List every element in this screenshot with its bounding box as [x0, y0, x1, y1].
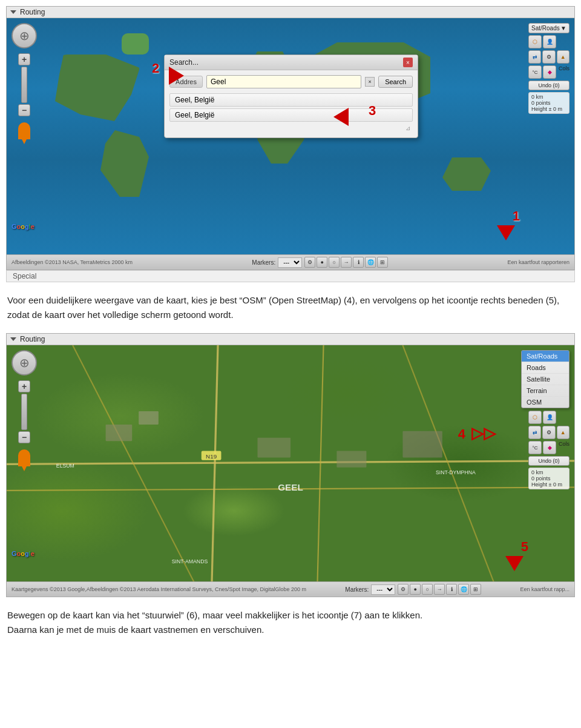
celsius-icon-btn-2[interactable]: °C	[528, 441, 542, 454]
bottom-icon-expand-2[interactable]: ⊞	[470, 584, 481, 595]
text-paragraph-3: Daarna kan je met de muis de kaart vastn…	[7, 623, 574, 637]
zoom-slider-2: + −	[18, 380, 30, 443]
person-icon-btn-2[interactable]: 👤	[543, 411, 556, 424]
celsius-icon-btn[interactable]: °C	[528, 65, 542, 79]
zoom-track-2[interactable]	[21, 394, 27, 430]
bottom-icon-route[interactable]: →	[341, 257, 352, 268]
bottom-icon-circle1-2[interactable]: ●	[410, 584, 421, 595]
map-bottom-bar-2: Kaartgegevens ©2013 Google,Afbeeldingen …	[7, 581, 574, 597]
navigation-wheel[interactable]	[11, 23, 37, 48]
route-icon-btn-2[interactable]: ⇄	[528, 426, 541, 439]
settings-icon-btn[interactable]: ⚙	[542, 50, 555, 64]
pegman-icon[interactable]	[18, 122, 30, 139]
map-type-osm[interactable]: OSM	[522, 397, 569, 408]
satellite-map-bg[interactable]: N19 GEEL ELSUM SINT-DYMPHNA SINT-AMANDS …	[7, 345, 574, 581]
google-logo-2: Google	[11, 550, 34, 557]
map-bottom-bar-1: Afbeeldingen ©2013 NASA, TerraMetrics 20…	[7, 254, 574, 270]
bottom-icon-info[interactable]: ℹ	[353, 257, 364, 268]
search-dialog-body: Addres × Search Geel, België Geel, Belgi…	[165, 70, 418, 137]
pegman-icon-2[interactable]	[18, 449, 30, 466]
gem-icon-btn-2[interactable]: ◆	[543, 441, 556, 454]
gem-icon-btn[interactable]: ◆	[543, 65, 556, 79]
collapse-icon-2[interactable]	[10, 337, 16, 341]
map-report-2[interactable]: Een kaartfout rapp...	[520, 586, 570, 592]
map-type-sat-roads[interactable]: Sat/Roads	[522, 351, 569, 362]
undo-button[interactable]: Undo (0)	[528, 81, 570, 90]
annotation-arrow-1	[497, 225, 515, 242]
cols-label-2: Cols	[559, 441, 570, 454]
bottom-icon-expand[interactable]: ⊞	[377, 257, 388, 268]
satellite-terrain	[7, 345, 574, 581]
world-map-bg[interactable]: + − Sat/Roads ▼ ⬡ 👤 ⇄ ⚙ ▲	[7, 18, 574, 254]
markers-select-2[interactable]: ---	[371, 584, 395, 595]
map-title-1: Routing	[20, 8, 45, 16]
collapse-icon[interactable]	[10, 10, 16, 14]
continent-greenland	[122, 33, 149, 55]
route-icon-btn[interactable]: ⇄	[528, 50, 541, 64]
person-icon-btn[interactable]: 👤	[543, 35, 556, 48]
markers-label-2: Markers:	[345, 586, 369, 593]
zoom-in-button-2[interactable]: +	[18, 380, 30, 392]
bottom-icon-circle2[interactable]: ○	[329, 257, 340, 268]
search-dialog-close-button[interactable]: ×	[403, 58, 413, 67]
zoom-track[interactable]	[21, 67, 27, 103]
special-bar: Special	[6, 270, 575, 282]
map-report-1[interactable]: Een kaartfout rapporteren	[507, 259, 570, 265]
map-title-bar-2: Routing	[7, 334, 574, 345]
map-copyright-1: Afbeeldingen ©2013 NASA, TerraMetrics 20…	[11, 259, 133, 265]
text-paragraph-1: Voor een duidelijkere weergave van de ka…	[7, 293, 574, 322]
bottom-icons-2: ⚙ ● ○ → ℹ 🌐 ⊞	[398, 584, 481, 595]
bottom-icon-globe-2[interactable]: 🌐	[458, 584, 469, 595]
stats-box-2: 0 km 0 points Height ± 0 m	[528, 468, 570, 489]
points-stat-2: 0 points	[531, 475, 566, 481]
search-input-row: Addres × Search	[169, 75, 413, 88]
text-section-1: Voor een duidelijkere weergave van de ka…	[0, 282, 581, 328]
markers-bar-2: Markers: --- ⚙ ● ○ → ℹ 🌐 ⊞	[345, 584, 481, 595]
map-title-bar-1: Routing	[7, 7, 574, 18]
search-dialog-title-bar: Search... ×	[165, 55, 418, 70]
map-section-2: Routing N19 GEEL ELSUM	[6, 333, 575, 597]
bottom-icons: ⚙ ● ○ → ℹ 🌐 ⊞	[304, 257, 388, 268]
zoom-in-button[interactable]: +	[18, 53, 30, 65]
address-label: Addres	[169, 76, 203, 88]
navigation-wheel-2[interactable]	[11, 350, 37, 376]
map-type-roads[interactable]: Roads	[522, 362, 569, 374]
map-icon-row-2-2: ⇄ ⚙ ▲	[528, 426, 570, 439]
map-icon-row-2-3: °C ◆ Cols	[528, 441, 570, 454]
continent-south-america	[100, 130, 149, 197]
settings-icon-btn-2[interactable]: ⚙	[542, 426, 555, 439]
search-button[interactable]: Search	[378, 76, 413, 88]
markers-label: Markers:	[252, 259, 275, 266]
zoom-out-button[interactable]: −	[18, 104, 30, 116]
map-icon-row-1: ⬡ 👤	[528, 35, 570, 48]
text-paragraph-2: Bewegen op de kaart kan via het “stuurwi…	[7, 608, 574, 623]
bottom-icon-gear-2[interactable]: ⚙	[398, 584, 409, 595]
layer-icon-btn-2[interactable]: ⬡	[528, 411, 542, 424]
continent-north-america	[55, 55, 140, 121]
camera-icon-btn[interactable]: ▲	[557, 50, 570, 64]
clear-search-button[interactable]: ×	[365, 77, 375, 87]
bottom-icon-circle2-2[interactable]: ○	[422, 584, 433, 595]
search-dialog: Search... × Addres × Search Geel, België…	[164, 55, 418, 138]
bottom-icon-gear[interactable]: ⚙	[304, 257, 315, 268]
layer-icon-btn[interactable]: ⬡	[528, 35, 542, 48]
map-controls-right: Sat/Roads ▼ ⬡ 👤 ⇄ ⚙ ▲ °C ◆ Cols Undo (0)…	[528, 23, 570, 114]
annotation-number-1: 1	[513, 208, 520, 224]
stats-box: 0 km 0 points Height ± 0 m	[528, 92, 570, 114]
camera-icon-btn-2[interactable]: ▲	[557, 426, 570, 439]
search-result-2[interactable]: Geel, België	[169, 108, 413, 122]
map-type-select[interactable]: Sat/Roads ▼	[528, 23, 570, 33]
search-input[interactable]	[206, 75, 361, 88]
map-title-2: Routing	[20, 335, 45, 343]
undo-button-2[interactable]: Undo (0)	[528, 456, 570, 466]
zoom-out-button-2[interactable]: −	[18, 431, 30, 443]
search-result-1[interactable]: Geel, België	[169, 93, 413, 107]
bottom-icon-circle1[interactable]: ●	[317, 257, 327, 268]
map-type-terrain[interactable]: Terrain	[522, 385, 569, 397]
bottom-icon-info-2[interactable]: ℹ	[446, 584, 457, 595]
resize-handle[interactable]: ⊿	[169, 124, 413, 133]
markers-select[interactable]: ---	[278, 257, 302, 268]
map-type-satellite[interactable]: Satellite	[522, 374, 569, 385]
bottom-icon-route-2[interactable]: →	[434, 584, 445, 595]
bottom-icon-globe[interactable]: 🌐	[365, 257, 376, 268]
